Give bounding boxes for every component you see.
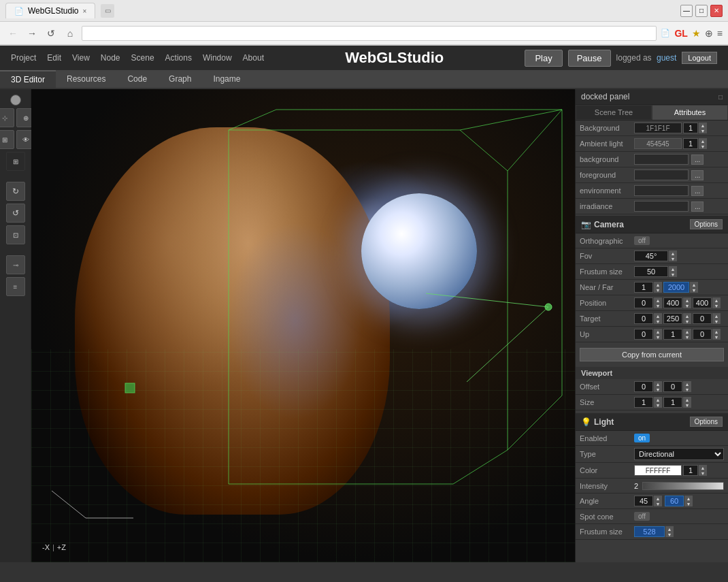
sy-dn[interactable]: ▼ [683,402,691,408]
tool-btn-grid[interactable]: ⊞ [0,130,14,149]
back-btn[interactable]: ← [5,26,20,41]
user-link[interactable]: guest [657,53,676,63]
attributes-tab[interactable]: Attributes [652,105,728,120]
tgt-y-input[interactable] [663,313,682,324]
fg-dots-btn[interactable]: ... [691,170,704,180]
irr-dots-btn[interactable]: ... [691,201,704,212]
tool-expand[interactable]: ⊞ [6,152,25,171]
sy-up[interactable]: ▲ [683,397,691,402]
bg-texture-input[interactable] [634,154,689,165]
ux-dn[interactable]: ▼ [654,334,662,340]
pause-button[interactable]: Pause [568,50,611,67]
oy-up[interactable]: ▲ [683,381,691,387]
fov-dn[interactable]: ▼ [669,256,677,261]
intensity-slider[interactable] [642,482,724,490]
pos-z-input[interactable] [693,297,712,308]
camera-options-btn[interactable]: Options [690,219,723,229]
tz-dn[interactable]: ▼ [712,319,721,324]
tgt-x-input[interactable] [634,313,653,324]
enabled-toggle[interactable]: on [634,434,650,442]
copy-from-current-btn[interactable]: Copy from current [580,348,724,361]
frustum-dn[interactable]: ▼ [669,272,677,277]
menu-scene[interactable]: Scene [131,53,154,63]
bg-dots-btn[interactable]: ... [691,155,704,165]
near-up[interactable]: ▲ [654,282,662,287]
env-texture-input[interactable] [634,185,689,196]
frustum-input[interactable] [634,266,668,277]
ortho-toggle[interactable]: off [634,236,650,245]
angle1-input[interactable] [634,496,653,506]
color-mult-input[interactable] [683,465,698,476]
amb-mult-dn[interactable]: ▼ [699,144,707,149]
pos-x-input[interactable] [634,297,653,308]
px-up[interactable]: ▲ [654,297,662,303]
new-tab-btn[interactable]: ▭ [101,4,114,18]
close-btn[interactable]: ✕ [710,5,723,17]
menu-icon[interactable]: ≡ [717,28,723,39]
size-y-input[interactable] [663,397,682,408]
up-x-input[interactable] [634,329,653,340]
extensions-icon[interactable]: ⊕ [705,28,713,39]
uy-up[interactable]: ▲ [683,329,691,334]
tab-graph[interactable]: Graph [158,70,202,88]
menu-actions[interactable]: Actions [165,53,192,63]
viewport[interactable]: -X | +Z [31,89,575,562]
ux-up[interactable]: ▲ [654,329,662,334]
ty-up[interactable]: ▲ [683,313,691,319]
sx-up[interactable]: ▲ [654,397,662,402]
near-dn[interactable]: ▼ [654,287,662,293]
tool-zoom[interactable]: ⊡ [6,225,25,244]
tab-ingame[interactable]: Ingame [202,70,251,88]
tab-close-btn[interactable]: × [83,7,87,15]
home-btn[interactable]: ⌂ [63,26,78,41]
uz-up[interactable]: ▲ [712,329,721,334]
tool-info[interactable]: ≡ [6,277,25,296]
spot-cone-toggle[interactable]: off [634,512,650,521]
scene-tree-tab[interactable]: Scene Tree [576,105,652,120]
type-select[interactable]: Directional Point Spot Area [634,448,724,460]
amb-mult-up[interactable]: ▲ [699,138,707,144]
fg-texture-input[interactable] [634,169,689,180]
address-input[interactable] [82,26,657,41]
forward-btn[interactable]: → [24,26,39,41]
tab-resources[interactable]: Resources [56,70,116,88]
offset-x-input[interactable] [634,381,653,392]
tx-up[interactable]: ▲ [654,313,662,319]
play-button[interactable]: Play [525,50,562,67]
a1-dn[interactable]: ▼ [654,501,662,506]
menu-window[interactable]: Window [203,53,232,63]
angle2-input[interactable] [665,496,684,506]
a1-up[interactable]: ▲ [654,496,662,501]
maximize-btn[interactable]: □ [695,5,708,17]
pz-dn[interactable]: ▼ [712,303,721,308]
tab-3d-editor[interactable]: 3D Editor [0,70,56,88]
tool-circle[interactable] [10,95,21,106]
bg-mult-up[interactable]: ▲ [699,123,707,128]
tab-code[interactable]: Code [116,70,158,88]
tool-pan[interactable]: ↺ [6,204,25,223]
offset-y-input[interactable] [663,381,682,392]
fov-up[interactable]: ▲ [669,250,677,256]
far-up[interactable]: ▲ [690,282,698,287]
frustum-up[interactable]: ▲ [669,266,677,272]
menu-node[interactable]: Node [101,53,120,63]
tgt-z-input[interactable] [693,313,712,324]
light-options-btn[interactable]: Options [690,417,723,427]
far-dn[interactable]: ▼ [690,287,698,293]
frustum2-input[interactable] [634,526,665,537]
menu-about[interactable]: About [243,53,264,63]
uz-dn[interactable]: ▼ [712,334,721,340]
py-up[interactable]: ▲ [683,297,691,303]
panel-close-btn[interactable]: □ [718,93,723,101]
ox-dn[interactable]: ▼ [654,387,662,392]
browser-tab[interactable]: 📄 WebGLStudio × [5,3,95,18]
light-color-swatch[interactable]: FFFFFF [634,465,682,476]
tool-transform[interactable]: ⊹ [0,108,14,127]
ty-dn[interactable]: ▼ [683,319,691,324]
uy-dn[interactable]: ▼ [683,334,691,340]
tool-select[interactable]: ⊸ [6,255,25,274]
ambient-mult-input[interactable] [683,138,698,149]
py-dn[interactable]: ▼ [683,303,691,308]
cm-up[interactable]: ▲ [699,465,707,470]
fov-input[interactable] [634,250,668,261]
